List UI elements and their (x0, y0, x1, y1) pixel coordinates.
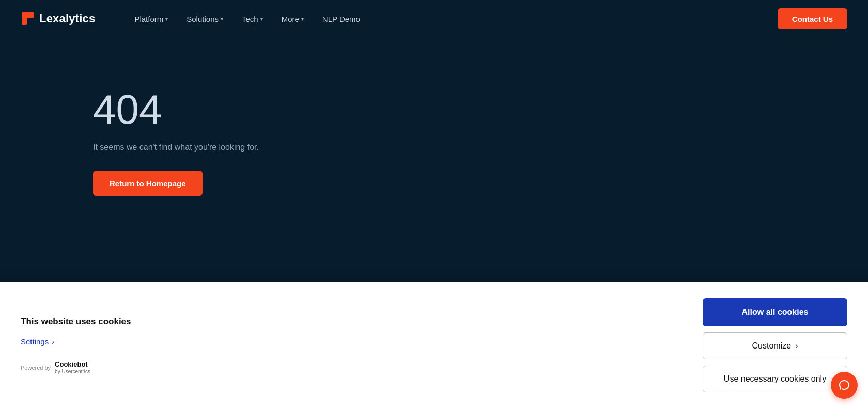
chevron-down-icon: ▾ (221, 16, 223, 22)
logo-icon (21, 11, 35, 26)
nav-item-tech[interactable]: Tech ▾ (234, 10, 271, 27)
cookie-settings-link[interactable]: Settings › (21, 337, 54, 346)
allow-all-cookies-button[interactable]: Allow all cookies (703, 298, 847, 326)
cookie-banner-left: This website uses cookies Settings › Pow… (21, 316, 486, 374)
main-nav: Lexalytics Platform ▾ Solutions ▾ Tech ▾… (0, 0, 868, 37)
error-message: It seems we can't find what you're looki… (93, 143, 847, 152)
svg-rect-1 (22, 12, 34, 18)
nav-links: Platform ▾ Solutions ▾ Tech ▾ More ▾ NLP… (126, 10, 777, 27)
nav-item-platform[interactable]: Platform ▾ (126, 10, 176, 27)
chevron-down-icon: ▾ (165, 16, 168, 22)
cookiebot-powered: Powered by Cookiebot by Usercentrics (21, 361, 486, 374)
chevron-right-icon: › (52, 337, 54, 346)
logo-text: Lexalytics (39, 12, 95, 25)
cookiebot-logo: Cookiebot by Usercentrics (55, 361, 90, 374)
nav-item-nlp-demo[interactable]: NLP Demo (314, 10, 368, 27)
cookie-banner-title: This website uses cookies (21, 316, 486, 327)
nav-item-more[interactable]: More ▾ (273, 10, 312, 27)
nav-item-solutions[interactable]: Solutions ▾ (178, 10, 231, 27)
logo-link[interactable]: Lexalytics (21, 11, 95, 26)
contact-us-button[interactable]: Contact Us (778, 8, 847, 29)
necessary-cookies-button[interactable]: Use necessary cookies only (703, 366, 847, 392)
error-code: 404 (93, 89, 847, 130)
chat-button[interactable] (831, 372, 858, 399)
cookie-banner: This website uses cookies Settings › Pow… (0, 282, 868, 409)
customize-cookies-button[interactable]: Customize › (703, 332, 847, 359)
chevron-down-icon: ▾ (260, 16, 263, 22)
return-to-homepage-button[interactable]: Return to Homepage (93, 171, 203, 196)
main-content: 404 It seems we can't find what you're l… (0, 37, 868, 275)
chat-icon (838, 379, 850, 391)
chevron-right-icon: › (795, 341, 798, 351)
chevron-down-icon: ▾ (301, 16, 304, 22)
cookie-buttons: Allow all cookies Customize › Use necess… (703, 298, 847, 392)
